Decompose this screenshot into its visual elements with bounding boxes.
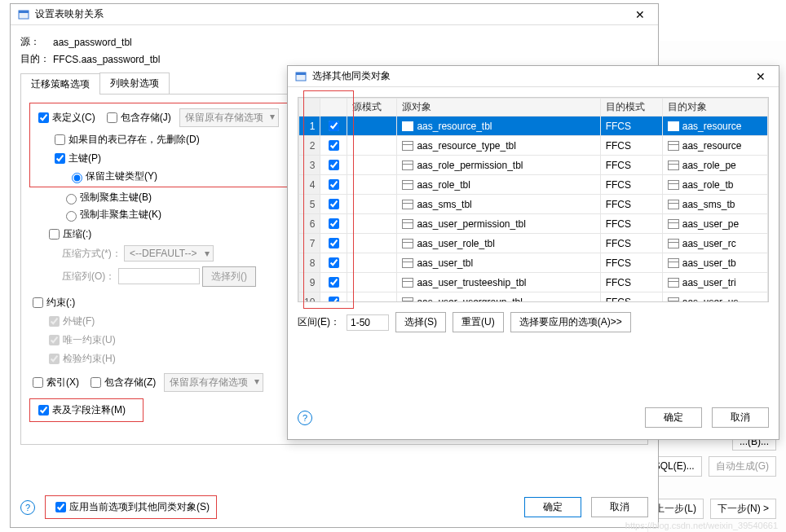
index-include-storage-checkbox[interactable]: 包含存储(Z): [87, 376, 156, 388]
reset-button[interactable]: 重置(U): [453, 312, 504, 332]
col-dst-mode[interactable]: 目的模式: [600, 99, 662, 117]
win1-footer: ? 应用当前选项到其他同类对象(S) 确定 取消: [20, 495, 648, 519]
cell-src-mode: [347, 234, 397, 253]
row-checkbox[interactable]: [320, 136, 347, 156]
cell-dst-obj: aas_user_us: [662, 292, 767, 303]
win2-footer: ? 确定 取消: [298, 407, 769, 428]
object-table[interactable]: 源模式 源对象 目的模式 目的对象 1aas_resource_tblFFCSa…: [298, 97, 769, 302]
row-checkbox[interactable]: [320, 175, 347, 195]
table-row[interactable]: 5aas_sms_tblFFCSaas_sms_tb: [299, 195, 768, 214]
table-row[interactable]: 8aas_user_tblFFCSaas_user_tb: [299, 253, 768, 273]
index-checkbox[interactable]: 索引(X): [29, 376, 79, 388]
table-icon: [668, 278, 679, 288]
if-exists-delete-checkbox[interactable]: 如果目的表已存在，先删除(D): [51, 134, 200, 145]
cell-src-mode: [347, 117, 397, 136]
win2-titlebar: 选择其他同类对象 ✕: [288, 66, 779, 87]
tab-colmap[interactable]: 列映射选项: [99, 73, 170, 94]
cell-dst-mode: FFCS: [600, 273, 662, 292]
table-icon: [668, 258, 679, 268]
row-number: 4: [299, 175, 320, 195]
compress-mode-dropdown: <--DEFAULT-->: [124, 245, 214, 262]
win1-titlebar: 设置表映射关系 ✕: [11, 4, 658, 25]
table-row[interactable]: 10aas_user_usergroup_tblFFCSaas_user_us: [299, 292, 768, 303]
cell-src-mode: [347, 156, 397, 175]
table-row[interactable]: 6aas_user_permission_tblFFCSaas_user_pe: [299, 214, 768, 234]
table-row[interactable]: 4aas_role_tblFFCSaas_role_tb: [299, 175, 768, 195]
tabledef-checkbox[interactable]: 表定义(C): [35, 112, 95, 123]
cell-src-obj: aas_role_permission_tbl: [397, 156, 600, 175]
table-icon: [402, 258, 413, 268]
cell-dst-mode: FFCS: [600, 253, 662, 273]
close-icon[interactable]: ✕: [629, 8, 651, 21]
table-row[interactable]: 3aas_role_permission_tblFFCSaas_role_pe: [299, 156, 768, 175]
background-nav-row: < 上一步(L) 下一步(N) >: [639, 499, 776, 519]
highlight-box-top: 表定义(C) 包含存储(J) 保留原有存储选项 如果目的表已存在，先删除(D) …: [29, 103, 290, 187]
apply-to-others-checkbox[interactable]: 应用当前选项到其他同类对象(S): [52, 501, 210, 512]
row-number: 6: [299, 214, 320, 234]
range-input[interactable]: [347, 314, 389, 331]
cell-src-mode: [347, 195, 397, 214]
force-cluster-radio[interactable]: 强制聚集主键(B): [62, 191, 152, 203]
cell-dst-obj: aas_role_tb: [662, 175, 767, 195]
row-checkbox[interactable]: [320, 117, 347, 136]
tab-policy[interactable]: 迁移策略选项: [20, 73, 100, 95]
win2-title: 选择其他同类对象: [312, 69, 749, 83]
row-number: 3: [299, 156, 320, 175]
col-src-mode[interactable]: 源模式: [347, 99, 397, 117]
pk-checkbox[interactable]: 主键(P): [51, 152, 101, 164]
target-value: FFCS.aas_password_tbl: [53, 54, 160, 65]
cell-dst-obj: aas_user_pe: [662, 214, 767, 234]
table-icon: [668, 219, 679, 229]
include-storage-checkbox[interactable]: 包含存储(J): [104, 112, 171, 123]
row-number: 1: [299, 117, 320, 136]
compress-checkbox[interactable]: 压缩(:): [46, 228, 91, 240]
row-checkbox[interactable]: [320, 195, 347, 214]
cell-dst-mode: FFCS: [600, 156, 662, 175]
row-number: 5: [299, 195, 320, 214]
close-icon[interactable]: ✕: [749, 70, 772, 83]
row-checkbox[interactable]: [320, 253, 347, 273]
table-icon: [402, 219, 413, 229]
next-step-button[interactable]: 下一步(N) >: [710, 499, 776, 519]
select-button[interactable]: 选择(S): [395, 312, 446, 332]
index-keep-storage-dropdown[interactable]: 保留原有存储选项: [164, 373, 263, 392]
table-icon: [402, 180, 413, 190]
choose-col-button: 选择列(): [202, 266, 256, 287]
cell-src-mode: [347, 292, 397, 303]
win2-cancel-button[interactable]: 取消: [712, 407, 769, 428]
win1-ok-button[interactable]: 确定: [524, 497, 581, 517]
col-dst-obj[interactable]: 目的对象: [662, 99, 767, 117]
row-checkbox[interactable]: [320, 234, 347, 253]
fk-checkbox: 外键(F): [46, 315, 95, 327]
table-row[interactable]: 7aas_user_role_tblFFCSaas_user_rc: [299, 234, 768, 253]
keep-storage-dropdown[interactable]: 保留原有存储选项: [179, 108, 279, 127]
row-checkbox[interactable]: [320, 156, 347, 175]
row-checkbox[interactable]: [320, 214, 347, 234]
help-icon[interactable]: ?: [298, 411, 312, 425]
win1-cancel-button[interactable]: 取消: [591, 497, 648, 517]
row-number: 2: [299, 136, 320, 156]
constraint-checkbox[interactable]: 约束(:): [29, 297, 75, 308]
cell-src-obj: aas_user_role_tbl: [397, 234, 600, 253]
table-row[interactable]: 2aas_resource_type_tblFFCSaas_resource: [299, 136, 768, 156]
options-to-apply-button[interactable]: 选择要应用的选项(A)>>: [510, 312, 631, 332]
row-checkbox[interactable]: [320, 273, 347, 292]
table-icon: [402, 239, 413, 248]
win2-ok-button[interactable]: 确定: [645, 407, 702, 428]
table-icon: [668, 239, 679, 248]
table-row[interactable]: 1aas_resource_tblFFCSaas_resource: [299, 117, 768, 136]
force-noncluster-radio[interactable]: 强制非聚集主键(K): [62, 209, 161, 220]
cell-src-obj: aas_resource_tbl: [397, 117, 600, 136]
keep-pk-type-radio[interactable]: 保留主键类型(Y): [68, 170, 157, 182]
help-icon[interactable]: ?: [20, 500, 35, 515]
row-checkbox[interactable]: [320, 292, 347, 303]
cell-dst-mode: FFCS: [600, 136, 662, 156]
table-icon: [668, 297, 679, 302]
row-number: 10: [299, 292, 320, 303]
compress-ratio-label: 压缩列(O)：: [62, 270, 115, 282]
cell-dst-mode: FFCS: [600, 234, 662, 253]
col-src-obj[interactable]: 源对象: [397, 99, 600, 117]
table-row[interactable]: 9aas_user_trusteeship_tblFFCSaas_user_tr…: [299, 273, 768, 292]
cell-src-mode: [347, 214, 397, 234]
table-comment-checkbox[interactable]: 表及字段注释(M): [35, 404, 126, 415]
